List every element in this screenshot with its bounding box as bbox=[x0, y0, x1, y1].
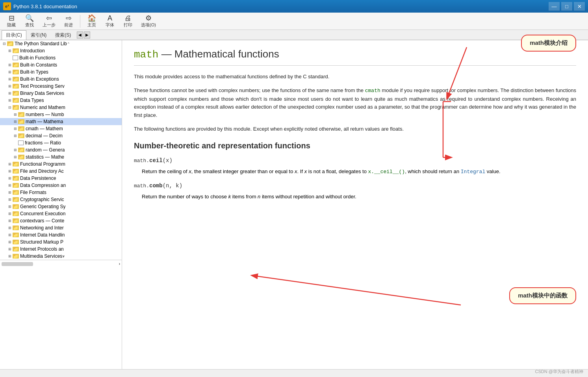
item-label: Structured Markup P bbox=[20, 239, 63, 245]
tab-nav-back[interactable]: ◀ bbox=[77, 31, 83, 39]
item-label: The Python Standard Lib bbox=[15, 41, 67, 46]
toggle-icon: ⊞ bbox=[7, 212, 13, 216]
sidebar-item-builtin-functions[interactable]: Built-in Functions bbox=[0, 54, 122, 61]
hide-button[interactable]: ⊟ 隐藏 bbox=[3, 14, 20, 29]
sidebar-item-multimedia[interactable]: ⊞ 📁 Multimedia Services ∨ bbox=[0, 253, 122, 260]
func-name: comb bbox=[149, 183, 163, 189]
hide-label: 隐藏 bbox=[7, 22, 16, 28]
sidebar-item-internet-data[interactable]: ⊞ 📁 Internet Data Handlin bbox=[0, 231, 122, 238]
folder-icon: 📁 bbox=[18, 119, 24, 124]
tab-index[interactable]: 索引(N) bbox=[26, 30, 51, 40]
item-label: Internet Data Handlin bbox=[20, 232, 65, 238]
item-label: Data Compression an bbox=[20, 183, 66, 188]
sidebar-item-python-standard-lib[interactable]: ⊟ 📁 The Python Standard Lib ^ bbox=[0, 40, 122, 47]
sidebar-scrollbar[interactable]: › bbox=[0, 260, 122, 268]
sidebar: ⊟ 📁 The Python Standard Lib ^ ⊞ 📁 Introd… bbox=[0, 40, 122, 369]
sidebar-item-fractions[interactable]: fractions — Ratio bbox=[0, 139, 122, 146]
toggle-icon: ⊞ bbox=[7, 70, 13, 74]
sidebar-item-cmath[interactable]: ⊞ 📁 cmath — Mathem bbox=[0, 125, 122, 132]
sidebar-item-introduction[interactable]: ⊞ 📁 Introduction bbox=[0, 47, 122, 54]
folder-icon: 📁 bbox=[13, 240, 19, 244]
horizontal-thumb[interactable] bbox=[2, 262, 33, 266]
toggle-icon: ⊞ bbox=[7, 169, 13, 173]
maximize-button[interactable]: □ bbox=[561, 2, 572, 11]
sidebar-item-statistics[interactable]: ⊞ 📁 statistics — Mathe bbox=[0, 153, 122, 161]
folder-icon: 📁 bbox=[13, 247, 19, 251]
folder-icon: 📁 bbox=[13, 225, 19, 230]
forward-label: 前进 bbox=[64, 22, 73, 28]
item-label: cmath — Mathem bbox=[26, 126, 63, 131]
forward-button[interactable]: ⇨ 前进 bbox=[60, 14, 77, 29]
folder-icon: 📁 bbox=[13, 197, 19, 202]
folder-icon: 📁 bbox=[18, 148, 24, 152]
sidebar-item-contextvars[interactable]: ⊞ 📁 contextvars — Conte bbox=[0, 217, 122, 224]
toggle-icon: ⊞ bbox=[13, 113, 18, 116]
sidebar-item-text-processing[interactable]: ⊞ 📁 Text Processing Serv bbox=[0, 83, 122, 90]
tab-contents[interactable]: 目录(C) bbox=[2, 30, 26, 40]
sidebar-item-data-compression[interactable]: ⊞ 📁 Data Compression an bbox=[0, 182, 122, 189]
tab-navigation: ◀ ▶ bbox=[77, 31, 90, 39]
sidebar-item-builtin-exceptions[interactable]: ⊞ 📁 Built-in Exceptions bbox=[0, 76, 122, 83]
tab-search[interactable]: 搜索(S) bbox=[51, 30, 75, 40]
find-button[interactable]: 🔍 查找 bbox=[21, 14, 38, 29]
sidebar-item-numeric-math[interactable]: ⊟ 📁 Numeric and Mathem bbox=[0, 104, 122, 111]
print-button[interactable]: 🖨 打印 bbox=[120, 14, 136, 29]
sidebar-item-file-directory[interactable]: ⊞ 📁 File and Directory Ac bbox=[0, 168, 122, 175]
sidebar-item-networking[interactable]: ⊞ 📁 Networking and Inter bbox=[0, 224, 122, 231]
folder-icon: 📁 bbox=[13, 169, 19, 174]
sidebar-item-structured-markup[interactable]: ⊞ 📁 Structured Markup P bbox=[0, 238, 122, 246]
toggle-icon: ⊞ bbox=[7, 190, 13, 194]
content-area[interactable]: math — Mathematical functions This modul… bbox=[122, 40, 588, 369]
back-button[interactable]: ⇦ 上一步 bbox=[39, 14, 59, 29]
sidebar-item-builtin-constants[interactable]: ⊞ 📁 Built-in Constants bbox=[0, 61, 122, 68]
item-label: math — Mathema bbox=[26, 119, 63, 124]
sidebar-item-math[interactable]: ⊞ 📁 math — Mathema bbox=[0, 118, 122, 125]
toggle-icon: ⊟ bbox=[2, 42, 7, 46]
font-button[interactable]: A 字体 bbox=[102, 14, 118, 29]
item-label: File Formats bbox=[20, 190, 46, 195]
item-label: Built-in Constants bbox=[20, 62, 57, 68]
tab-nav-forward[interactable]: ▶ bbox=[84, 31, 90, 39]
sidebar-item-file-formats[interactable]: ⊞ 📁 File Formats bbox=[0, 189, 122, 196]
app-icon: e² bbox=[3, 2, 11, 10]
folder-icon: 📁 bbox=[13, 91, 19, 96]
item-label: random — Genera bbox=[26, 147, 65, 153]
toggle-icon: ⊞ bbox=[7, 63, 13, 67]
sidebar-item-builtin-types[interactable]: ⊞ 📁 Built-in Types bbox=[0, 68, 122, 76]
math-keyword: math bbox=[134, 49, 158, 61]
item-label: fractions — Ratio bbox=[25, 140, 61, 146]
sidebar-item-cryptographic[interactable]: ⊞ 📁 Cryptographic Servic bbox=[0, 196, 122, 203]
func-args: (x) bbox=[163, 157, 173, 164]
item-label: Binary Data Services bbox=[20, 91, 64, 96]
options-button[interactable]: ⚙ 选项(O) bbox=[138, 14, 159, 29]
sidebar-item-data-types[interactable]: ⊞ 📁 Data Types bbox=[0, 97, 122, 104]
font-label: 字体 bbox=[106, 22, 114, 28]
toggle-icon: ⊞ bbox=[7, 91, 13, 95]
close-button[interactable]: ✕ bbox=[574, 2, 585, 11]
sidebar-item-decimal[interactable]: ⊞ 📁 decimal — Decim bbox=[0, 132, 122, 139]
item-label: contextvars — Conte bbox=[20, 218, 64, 224]
find-label: 查找 bbox=[25, 22, 34, 28]
para1: This module provides access to the mathe… bbox=[134, 73, 576, 81]
sidebar-item-generic-os[interactable]: ⊞ 📁 Generic Operating Sy bbox=[0, 203, 122, 210]
home-button[interactable]: 🏠 主页 bbox=[83, 14, 100, 29]
sidebar-item-concurrent-execution[interactable]: ⊞ 📁 Concurrent Execution bbox=[0, 210, 122, 217]
minimize-button[interactable]: — bbox=[549, 2, 560, 11]
toggle-icon: ⊞ bbox=[7, 176, 13, 180]
toggle-icon: ⊞ bbox=[7, 219, 13, 223]
font-icon: A bbox=[108, 15, 112, 22]
sidebar-item-functional-programming[interactable]: ⊞ 📁 Functional Programm bbox=[0, 161, 122, 168]
item-label: Text Processing Serv bbox=[20, 83, 65, 89]
item-label: Internet Protocols an bbox=[20, 246, 64, 252]
tab-bar: 目录(C) 索引(N) 搜索(S) ◀ ▶ bbox=[0, 30, 588, 40]
sidebar-item-internet-protocols[interactable]: ⊞ 📁 Internet Protocols an bbox=[0, 246, 122, 253]
sidebar-item-data-persistence[interactable]: ⊞ 📁 Data Persistence bbox=[0, 175, 122, 182]
toggle-icon: ⊞ bbox=[13, 134, 18, 138]
sidebar-item-numbers[interactable]: ⊞ 📁 numbers — Numb bbox=[0, 111, 122, 118]
sidebar-item-random[interactable]: ⊞ 📁 random — Genera bbox=[0, 146, 122, 153]
folder-icon: 📁 bbox=[18, 112, 24, 117]
item-label: Networking and Inter bbox=[20, 225, 64, 231]
sidebar-item-binary-data[interactable]: ⊞ 📁 Binary Data Services bbox=[0, 90, 122, 97]
title-divider bbox=[134, 65, 576, 66]
home-icon: 🏠 bbox=[87, 15, 96, 22]
